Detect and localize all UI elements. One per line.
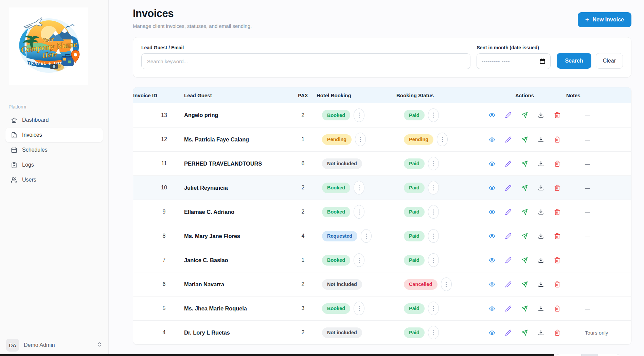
sidebar-item-schedules[interactable]: Schedules	[5, 143, 103, 157]
view-invoice-button[interactable]	[489, 160, 495, 167]
delete-invoice-button[interactable]	[554, 185, 560, 191]
send-email-button[interactable]	[521, 185, 528, 191]
delete-invoice-button[interactable]	[554, 305, 560, 312]
edit-invoice-button[interactable]	[505, 160, 512, 167]
hotel-booking-badge: Not included	[322, 327, 362, 338]
edit-invoice-button[interactable]	[505, 305, 512, 312]
main-content: Invoices Manage client invoices, statuse…	[109, 0, 644, 356]
download-invoice-button[interactable]	[538, 257, 544, 264]
booking-status-menu-button[interactable]	[441, 277, 452, 291]
hotel-booking-menu-button[interactable]	[361, 229, 372, 243]
send-email-button[interactable]	[521, 329, 528, 336]
search-button[interactable]: Search	[557, 53, 591, 69]
booking-status-menu-button[interactable]	[428, 205, 439, 219]
hotel-booking-menu-button[interactable]	[354, 181, 364, 194]
send-email-button[interactable]	[521, 209, 528, 215]
note-cell: —	[566, 161, 631, 167]
actions-cell	[483, 112, 566, 118]
edit-invoice-button[interactable]	[505, 257, 512, 264]
delete-invoice-button[interactable]	[554, 160, 560, 167]
pax-cell: 2	[289, 185, 317, 191]
sidebar-item-invoices[interactable]: Invoices	[5, 128, 103, 142]
view-invoice-button[interactable]	[489, 209, 495, 215]
view-invoice-button[interactable]	[489, 112, 495, 118]
send-email-button[interactable]	[521, 305, 528, 312]
delete-invoice-button[interactable]	[554, 257, 560, 264]
booking-status-badge: Pending	[404, 134, 433, 145]
invoice-id-cell: 5	[133, 305, 184, 311]
send-email-button[interactable]	[521, 233, 528, 239]
edit-invoice-button[interactable]	[505, 233, 512, 239]
delete-invoice-button[interactable]	[554, 281, 560, 288]
booking-status-menu-button[interactable]	[428, 181, 439, 194]
download-invoice-button[interactable]	[538, 160, 544, 167]
pagination-page-button[interactable]	[582, 354, 598, 356]
actions-cell	[483, 305, 566, 312]
send-email-button[interactable]	[521, 281, 528, 288]
send-email-button[interactable]	[521, 136, 528, 143]
booking-status-menu-button[interactable]	[428, 229, 439, 243]
delete-invoice-button[interactable]	[554, 136, 560, 143]
hotel-booking-menu-button[interactable]	[354, 108, 364, 122]
delete-invoice-button[interactable]	[554, 329, 560, 336]
new-invoice-button[interactable]: + New Invoice	[578, 12, 631, 27]
user-menu[interactable]: DA Demo Admin	[0, 334, 108, 356]
pagination-next-button[interactable]	[598, 354, 620, 356]
booking-status-menu-button[interactable]	[428, 253, 439, 267]
delete-invoice-button[interactable]	[554, 209, 560, 215]
booking-status-menu-button[interactable]	[428, 302, 439, 315]
search-input[interactable]	[141, 53, 470, 69]
edit-invoice-button[interactable]	[505, 281, 512, 288]
trash-icon	[554, 257, 560, 264]
download-invoice-button[interactable]	[538, 136, 544, 143]
booking-status-menu-button[interactable]	[437, 133, 448, 146]
download-invoice-button[interactable]	[538, 112, 544, 118]
sidebar-item-logs[interactable]: Logs	[5, 158, 103, 172]
hotel-booking-menu-button[interactable]	[354, 253, 364, 267]
view-invoice-button[interactable]	[489, 305, 495, 312]
delete-invoice-button[interactable]	[554, 112, 560, 118]
download-invoice-button[interactable]	[538, 329, 544, 336]
hotel-booking-menu-button[interactable]	[355, 133, 366, 146]
pax-cell: 2	[289, 329, 317, 336]
lead-guest-cell: PERHED TRAVELANDTOURS	[184, 160, 289, 167]
note-cell: Tours only	[566, 330, 631, 336]
download-invoice-button[interactable]	[538, 185, 544, 191]
booking-status-menu-button[interactable]	[428, 157, 439, 170]
booking-status-menu-button[interactable]	[428, 326, 439, 339]
sidebar-item-users[interactable]: Users	[5, 173, 103, 187]
view-invoice-button[interactable]	[489, 281, 495, 288]
hotel-booking-badge: Requested	[322, 231, 357, 241]
view-invoice-button[interactable]	[489, 185, 495, 191]
view-invoice-button[interactable]	[489, 136, 495, 143]
download-invoice-button[interactable]	[538, 281, 544, 288]
booking-status-menu-button[interactable]	[428, 108, 439, 122]
hotel-booking-menu-button[interactable]	[354, 205, 364, 219]
view-invoice-button[interactable]	[489, 329, 495, 336]
send-email-button[interactable]	[521, 112, 528, 118]
view-invoice-button[interactable]	[489, 257, 495, 264]
sidebar-item-dashboard[interactable]: Dashboard	[5, 113, 103, 127]
edit-invoice-button[interactable]	[505, 136, 512, 143]
download-icon	[538, 209, 544, 215]
users-icon	[11, 177, 17, 183]
pagination-previous-button[interactable]	[556, 354, 582, 356]
hotel-booking-menu-button[interactable]	[354, 302, 364, 315]
send-email-button[interactable]	[521, 160, 528, 167]
pencil-icon	[505, 329, 512, 336]
lead-guest-cell: Dr. Lory L Ruetas	[184, 329, 289, 336]
clear-button[interactable]: Clear	[596, 53, 623, 69]
edit-invoice-button[interactable]	[505, 185, 512, 191]
send-email-button[interactable]	[521, 257, 528, 264]
download-invoice-button[interactable]	[538, 209, 544, 215]
calendar-picker-icon[interactable]	[539, 58, 545, 64]
month-input[interactable]: --------- ----	[477, 53, 551, 69]
lead-guest-cell: Ms. Jhea Marie Roquela	[184, 305, 289, 312]
edit-invoice-button[interactable]	[505, 329, 512, 336]
delete-invoice-button[interactable]	[554, 233, 560, 239]
edit-invoice-button[interactable]	[505, 209, 512, 215]
view-invoice-button[interactable]	[489, 233, 495, 239]
download-invoice-button[interactable]	[538, 233, 544, 239]
download-invoice-button[interactable]	[538, 305, 544, 312]
edit-invoice-button[interactable]	[505, 112, 512, 118]
